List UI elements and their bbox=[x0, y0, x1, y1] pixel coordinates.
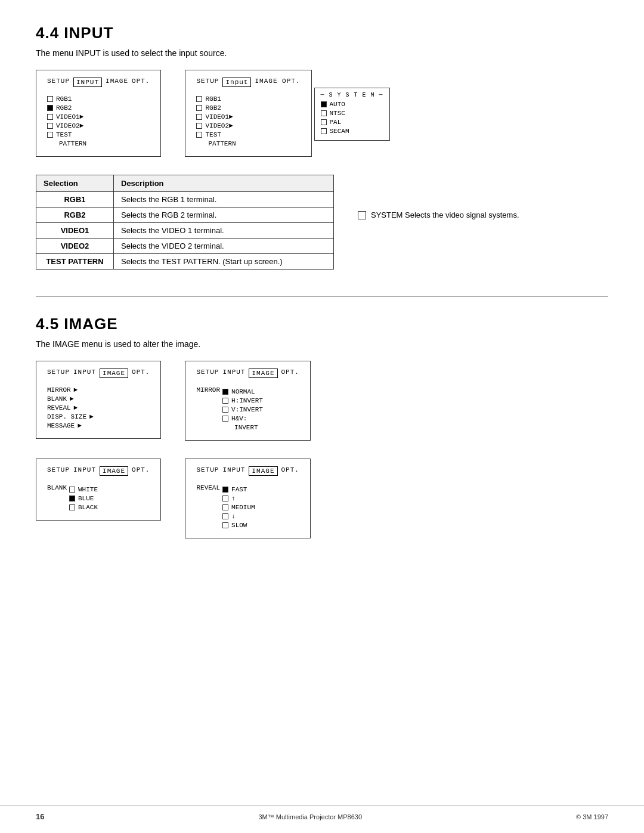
footer-right: © 3M 1997 bbox=[576, 813, 608, 820]
mirror-menubar: SETUP INPUT IMAGE OPT. bbox=[196, 368, 299, 378]
rev-menu-opt: OPT. bbox=[281, 466, 299, 476]
table-wrapper: Selection Description RGB1 Selects the R… bbox=[36, 175, 334, 278]
table-row: VIDEO1 Selects the VIDEO 1 terminal. bbox=[36, 223, 334, 239]
sel-video2: VIDEO2 bbox=[36, 239, 114, 254]
checkbox-rgb2 bbox=[47, 105, 53, 111]
label-down: ↓ bbox=[231, 513, 236, 520]
label-secam: SECAM bbox=[330, 128, 349, 135]
system-note-wrap: SYSTEM Selects the video signal systems. bbox=[358, 210, 519, 219]
img-item-dispsize: DISP. SIZE ► bbox=[47, 413, 150, 420]
image-menubar-main: SETUP INPUT IMAGE OPT. bbox=[47, 368, 150, 378]
img-item-message: MESSAGE ► bbox=[47, 422, 150, 429]
table-row: RGB2 Selects the RGB 2 terminal. bbox=[36, 208, 334, 223]
checkbox-video2 bbox=[47, 123, 53, 129]
arrow-message: ► bbox=[78, 422, 82, 429]
label-rgb1: RGB1 bbox=[56, 95, 72, 103]
rev-item-fast: FAST bbox=[222, 486, 255, 493]
table-row: TEST PATTERN Selects the TEST PATTERN. (… bbox=[36, 254, 334, 270]
blk-item-black: BLACK bbox=[69, 504, 98, 511]
label-rgb2: RGB2 bbox=[56, 104, 72, 112]
mir-item-vinvert: V:INVERT bbox=[222, 406, 263, 413]
img-item-mirror: MIRROR ► bbox=[47, 386, 150, 394]
checkbox2-rgb2 bbox=[196, 105, 202, 111]
system-note-text: SYSTEM Selects the video signal systems. bbox=[371, 210, 519, 219]
menu-input-1-active: INPUT bbox=[73, 78, 102, 87]
label-video2: VIDEO2► bbox=[56, 122, 83, 129]
system-label: ─ S Y S T E M ─ bbox=[321, 92, 383, 98]
checkbox-black bbox=[69, 504, 75, 510]
menu-setup-1: SETUP bbox=[47, 78, 70, 87]
menu-setup-2: SETUP bbox=[196, 78, 219, 87]
desc-rgb1: Selects the RGB 1 terminal. bbox=[114, 192, 334, 208]
label-fast: FAST bbox=[231, 486, 247, 493]
rev-menu-setup: SETUP bbox=[196, 466, 219, 476]
label2-video1: VIDEO1► bbox=[205, 113, 233, 120]
mir-menu-input: INPUT bbox=[222, 368, 245, 378]
col-header-selection: Selection bbox=[36, 175, 114, 192]
checkbox-white bbox=[69, 487, 75, 493]
blank-diagram: SETUP INPUT IMAGE OPT. BLANK WHITE BLUE bbox=[36, 459, 161, 521]
checkbox-rgb1 bbox=[47, 96, 53, 102]
arrow-reveal: ► bbox=[74, 404, 78, 411]
img-item-blank: BLANK ► bbox=[47, 395, 150, 402]
checkbox-pal bbox=[321, 119, 327, 125]
input-item-rgb1: RGB1 bbox=[47, 95, 150, 103]
mir-item-normal: NORMAL bbox=[222, 388, 263, 395]
label2-rgb1: RGB1 bbox=[205, 95, 221, 103]
page-footer: 16 3M™ Multimedia Projector MP8630 © 3M … bbox=[0, 806, 644, 821]
checkbox-slow bbox=[222, 522, 228, 528]
section-44-intro: The menu INPUT is used to select the inp… bbox=[36, 48, 608, 58]
input2-item-pattern: PATTERN bbox=[208, 140, 300, 147]
checkbox-medium bbox=[222, 504, 228, 510]
section-divider bbox=[36, 296, 608, 297]
blank-menubar: SETUP INPUT IMAGE OPT. bbox=[47, 466, 150, 476]
menu-opt-1: OPT. bbox=[132, 78, 150, 87]
image-main-diagram: SETUP INPUT IMAGE OPT. MIRROR ► BLANK ► … bbox=[36, 361, 161, 439]
img-menu-setup: SETUP bbox=[47, 368, 70, 378]
label-vinvert: V:INVERT bbox=[231, 406, 263, 413]
checkbox-hv bbox=[222, 416, 228, 422]
rev-item-medium: MEDIUM bbox=[222, 504, 255, 511]
sys-item-secam: SECAM bbox=[321, 128, 383, 135]
checkbox-test bbox=[47, 132, 53, 138]
sys-item-auto: AUTO bbox=[321, 101, 383, 108]
rev-item-slow: SLOW bbox=[222, 522, 255, 529]
label2-test: TEST bbox=[205, 131, 221, 138]
blk-menu-setup: SETUP bbox=[47, 466, 70, 476]
input-diagram-2-wrap: SETUP Input IMAGE OPT. RGB1 RGB2 VIDEO1► bbox=[185, 70, 389, 157]
label-black: BLACK bbox=[78, 504, 98, 511]
sel-test-pattern: TEST PATTERN bbox=[36, 254, 114, 270]
rev-item-down: ↓ bbox=[222, 513, 255, 520]
mir-menu-image-active: IMAGE bbox=[249, 368, 277, 378]
input-item-video2: VIDEO2► bbox=[47, 122, 150, 129]
rev-menu-image-active: IMAGE bbox=[249, 466, 277, 476]
arrow-dispsize: ► bbox=[89, 413, 94, 420]
label2-video2: VIDEO2► bbox=[205, 122, 233, 129]
label-normal: NORMAL bbox=[231, 388, 255, 395]
system-submenu-box: ─ S Y S T E M ─ AUTO NTSC PAL bbox=[314, 88, 390, 141]
desc-test-pattern: Selects the TEST PATTERN. (Start up scre… bbox=[114, 254, 334, 270]
reveal-sub-items: FAST ↑ MEDIUM ↓ bbox=[222, 484, 255, 531]
table-row: RGB1 Selects the RGB 1 terminal. bbox=[36, 192, 334, 208]
desc-video2: Selects the VIDEO 2 terminal. bbox=[114, 239, 334, 254]
input-diagram-1: SETUP INPUT IMAGE OPT. RGB1 RGB2 VIDEO1►… bbox=[36, 70, 161, 157]
input2-item-test: TEST bbox=[196, 131, 300, 138]
checkbox-fast bbox=[222, 487, 228, 493]
reveal-content: REVEAL FAST ↑ MEDIUM bbox=[196, 484, 299, 531]
section-45-intro: The IMAGE menu is used to alter the imag… bbox=[36, 339, 608, 349]
footer-center: 3M™ Multimedia Projector MP8630 bbox=[258, 813, 362, 820]
blk-menu-opt: OPT. bbox=[132, 466, 150, 476]
system-submenu-wrap: ─ S Y S T E M ─ AUTO NTSC PAL bbox=[314, 88, 390, 141]
arrow-mirror: ► bbox=[74, 386, 78, 394]
checkbox2-video2 bbox=[196, 123, 202, 129]
label-hinvert: H:INVERT bbox=[231, 397, 263, 404]
checkbox2-rgb1 bbox=[196, 96, 202, 102]
label-message: MESSAGE bbox=[47, 422, 75, 429]
label-blank: BLANK bbox=[47, 395, 67, 402]
input-item-test: TEST bbox=[47, 131, 150, 138]
reveal-menubar: SETUP INPUT IMAGE OPT. bbox=[196, 466, 299, 476]
image-diagrams-top-row: SETUP INPUT IMAGE OPT. MIRROR ► BLANK ► … bbox=[36, 361, 608, 441]
sel-rgb1: RGB1 bbox=[36, 192, 114, 208]
mirror-diagram-wrap: SETUP INPUT IMAGE OPT. MIRROR NORMAL bbox=[185, 361, 310, 441]
label-hv-invert: INVERT bbox=[234, 424, 258, 431]
